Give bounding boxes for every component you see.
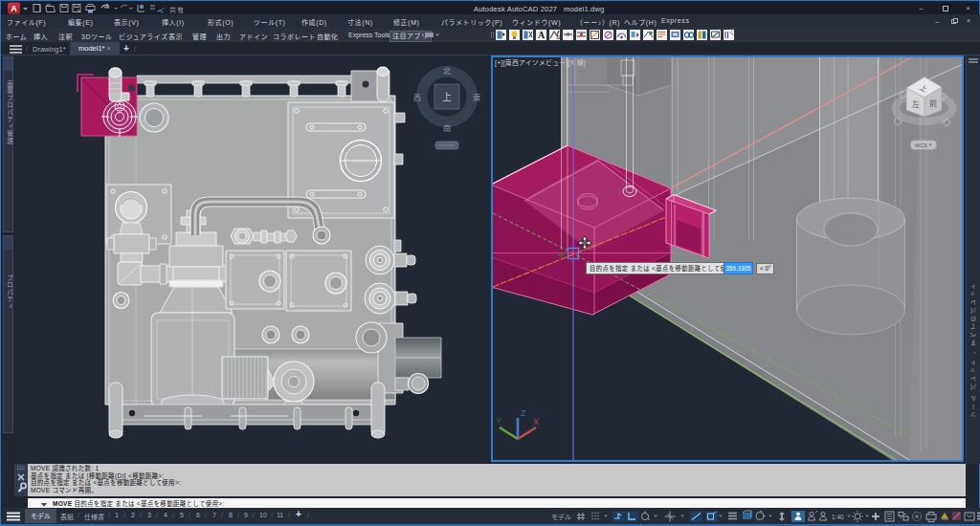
svg-text:Y: Y bbox=[496, 416, 501, 426]
svg-text:西: 西 bbox=[413, 93, 422, 102]
svg-text:前: 前 bbox=[929, 99, 937, 108]
svg-text:A: A bbox=[538, 30, 546, 40]
svg-text:Z: Z bbox=[521, 408, 526, 418]
svg-text:X: X bbox=[533, 417, 539, 427]
svg-text:南: 南 bbox=[443, 123, 452, 133]
svg-text:左: 左 bbox=[912, 99, 920, 109]
svg-text:[+][南西アイソメビュー][X 線]: [+][南西アイソメビュー][X 線] bbox=[495, 58, 586, 67]
svg-text:1:40: 1:40 bbox=[832, 514, 844, 520]
svg-text:WCS: WCS bbox=[915, 142, 927, 148]
svg-text:北: 北 bbox=[443, 66, 452, 76]
svg-text:上: 上 bbox=[442, 92, 452, 102]
svg-text:東: 東 bbox=[473, 93, 481, 102]
svg-text:S: S bbox=[556, 34, 560, 40]
svg-text:A: A bbox=[11, 4, 17, 13]
